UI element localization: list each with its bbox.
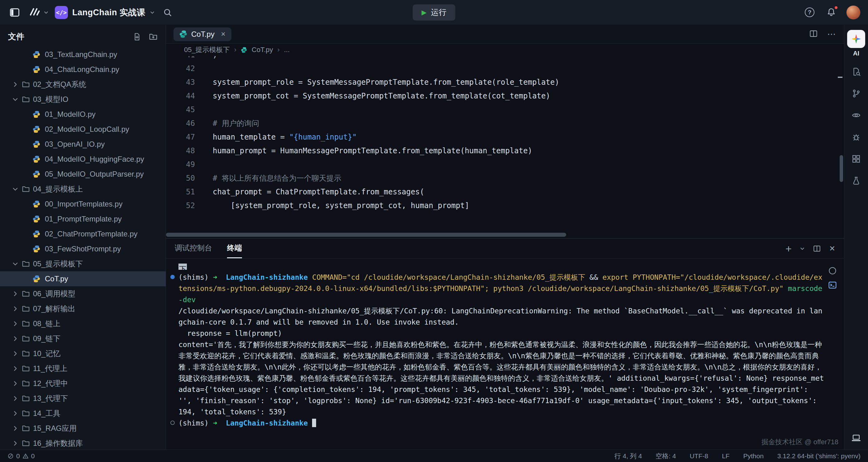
tree-file[interactable]: 02_ChatPromptTemplate.py xyxy=(0,226,166,241)
tree-item-label: 15_RAG应用 xyxy=(33,423,76,433)
tree-item-label: 00_ImportTemplates.py xyxy=(45,200,122,208)
eol-setting[interactable]: LF xyxy=(722,452,730,460)
source-control-button[interactable] xyxy=(849,86,863,101)
horizontal-scrollbar[interactable] xyxy=(166,233,566,237)
tree-file[interactable]: 05_ModelIO_OutputParser.py xyxy=(0,167,166,182)
sidebar-toggle-button[interactable] xyxy=(7,5,22,20)
indentation-setting[interactable]: 空格: 4 xyxy=(656,452,676,460)
tree-folder[interactable]: 08_链上 xyxy=(0,316,166,331)
breadcrumb-symbol[interactable]: ... xyxy=(284,46,290,54)
tree-file[interactable]: 01_ModelIO.py xyxy=(0,107,166,122)
tab-debug-console[interactable]: 调试控制台 xyxy=(175,239,212,258)
code-line[interactable]: 41) xyxy=(166,56,844,62)
tree-folder[interactable]: 13_代理下 xyxy=(0,391,166,406)
code-line[interactable]: 42 xyxy=(166,62,844,75)
tree-folder[interactable]: 09_链下 xyxy=(0,331,166,346)
notifications-button[interactable] xyxy=(825,6,838,19)
code-line[interactable]: 50# 将以上所有信息结合为一个聊天提示 xyxy=(166,171,844,185)
folder-icon xyxy=(22,305,30,313)
tree-folder[interactable]: 06_调用模型 xyxy=(0,286,166,301)
tree-folder[interactable]: 05_提示模板下 xyxy=(0,256,166,271)
new-file-button[interactable] xyxy=(133,32,142,41)
tree-folder[interactable]: 14_工具 xyxy=(0,406,166,421)
tree-item-label: 05_提示模板下 xyxy=(33,259,83,269)
terminal-session-active-icon[interactable] xyxy=(828,280,837,290)
tree-file[interactable]: 04_ChatLongChain.py xyxy=(0,62,166,77)
code-line[interactable]: 44system_prompt_cot = SystemMessagePromp… xyxy=(166,89,844,103)
language-mode[interactable]: Python xyxy=(743,452,763,460)
tree-folder[interactable]: 03_模型IO xyxy=(0,92,166,107)
testing-button[interactable] xyxy=(849,174,863,188)
code-line[interactable]: 43system_prompt_role = SystemMessageProm… xyxy=(166,75,844,89)
code-line[interactable]: 52 [system_prompt_role, system_prompt_co… xyxy=(166,199,844,212)
right-activity-bar: AI xyxy=(844,25,868,450)
tree-file[interactable]: 02_ModelIO_LoopCall.py xyxy=(0,122,166,137)
line-number: 42 xyxy=(166,62,195,75)
encoding-setting[interactable]: UTF-8 xyxy=(689,452,708,460)
editor-tab-cot[interactable]: CoT.py ✕ xyxy=(174,27,231,41)
python-interpreter[interactable]: 3.12.2 64-bit ('shims': pyenv) xyxy=(777,452,861,460)
watermark: 掘金技术社区 @ offer718 xyxy=(762,436,838,448)
tree-folder[interactable]: 12_代理中 xyxy=(0,376,166,391)
tab-label: CoT.py xyxy=(191,30,215,39)
tree-file[interactable]: 03_FewShotPrompt.py xyxy=(0,241,166,256)
debug-button[interactable] xyxy=(849,130,863,144)
app-logo-menu[interactable] xyxy=(28,6,49,18)
tree-folder[interactable]: 16_操作数据库 xyxy=(0,436,166,450)
tree-folder[interactable]: 02_文档QA系统 xyxy=(0,77,166,92)
code-line[interactable]: 45 xyxy=(166,103,844,117)
code-text: human_prompt = HumanMessagePromptTemplat… xyxy=(195,144,532,158)
tree-file[interactable]: 01_PromptTemplate.py xyxy=(0,212,166,226)
split-terminal-button[interactable] xyxy=(813,245,821,253)
breadcrumb-file[interactable]: CoT.py xyxy=(252,46,273,54)
new-folder-button[interactable] xyxy=(149,32,158,41)
search-button[interactable] xyxy=(161,6,174,19)
problems-indicator[interactable]: 0 0 xyxy=(7,452,35,460)
remote-desktop-button[interactable] xyxy=(849,431,863,445)
tree-folder[interactable]: 10_记忆 xyxy=(0,346,166,361)
preview-button[interactable] xyxy=(849,108,863,122)
terminal-session-python-icon[interactable] xyxy=(828,266,837,275)
cursor-position[interactable]: 行 4, 列 4 xyxy=(614,452,642,460)
tree-file[interactable]: CoT.py xyxy=(0,271,166,286)
help-button[interactable]: ? xyxy=(803,6,816,19)
split-editor-button[interactable] xyxy=(809,29,818,39)
code-line[interactable]: 51chat_prompt = ChatPromptTemplate.from_… xyxy=(166,185,844,199)
chevron-icon xyxy=(12,380,19,387)
search-files-button[interactable] xyxy=(849,64,863,79)
tree-folder[interactable]: 11_代理上 xyxy=(0,361,166,376)
chevron-icon xyxy=(12,260,19,267)
new-terminal-button[interactable]: + xyxy=(785,243,792,254)
python-file-icon xyxy=(179,30,187,38)
prompt-directory: LangChain-shizhanke xyxy=(226,419,308,427)
tree-folder[interactable]: 15_RAG应用 xyxy=(0,421,166,436)
tree-file[interactable]: 03_OpenAI_IO.py xyxy=(0,137,166,152)
vertical-scrollbar[interactable] xyxy=(840,155,843,182)
terminal-prompt[interactable]: (shims) ➜ LangChain-shizhanke xyxy=(172,418,825,429)
tab-terminal[interactable]: 终端 xyxy=(227,239,242,258)
ai-assistant-button[interactable]: AI xyxy=(847,30,865,57)
tree-folder[interactable]: 04_提示模板上 xyxy=(0,182,166,196)
code-line[interactable]: 48human_prompt = HumanMessagePromptTempl… xyxy=(166,144,844,158)
terminal[interactable]: 下 (shims) ➜ LangChain-shizhanke COMMAND=… xyxy=(166,258,844,450)
code-line[interactable]: 46# 用户的询问 xyxy=(166,117,844,130)
tree-file[interactable]: 03_TextLangChain.py xyxy=(0,47,166,62)
tree-file[interactable]: 04_ModelIO_HuggingFace.py xyxy=(0,152,166,167)
close-panel-button[interactable]: ✕ xyxy=(829,244,835,253)
command-decoration-icon xyxy=(170,421,175,425)
more-actions-button[interactable]: ⋯ xyxy=(827,29,837,39)
workspace-switcher[interactable]: </> LangChain 实战课 xyxy=(55,6,155,19)
run-button[interactable]: ▶ 运行 xyxy=(413,4,455,21)
code-line[interactable]: 47human_template = "{human_input}" xyxy=(166,130,844,144)
ai-sparkle-icon xyxy=(847,30,865,48)
tree-file[interactable]: 00_ImportTemplates.py xyxy=(0,196,166,212)
user-avatar[interactable] xyxy=(846,5,861,20)
code-line[interactable]: 49 xyxy=(166,158,844,171)
breadcrumb-folder[interactable]: 05_提示模板下 xyxy=(184,45,230,55)
overview-ruler-mark xyxy=(838,76,842,78)
tree-folder[interactable]: 07_解析输出 xyxy=(0,301,166,316)
close-tab-icon[interactable]: ✕ xyxy=(221,31,226,38)
code-editor[interactable]: 41)4243system_prompt_role = SystemMessag… xyxy=(166,56,844,238)
terminal-dropdown-icon[interactable] xyxy=(800,246,805,251)
extensions-button[interactable] xyxy=(849,152,863,166)
